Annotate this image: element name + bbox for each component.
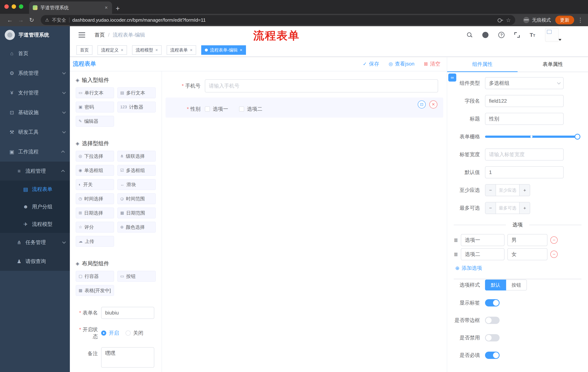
radio-open[interactable]: 开启 bbox=[101, 329, 119, 337]
component-type-select[interactable]: 多选框组 bbox=[485, 77, 564, 89]
grid-slider[interactable] bbox=[485, 131, 581, 143]
chip-row-container[interactable]: ▢行容器 bbox=[76, 271, 114, 282]
remove-option-button[interactable]: − bbox=[550, 236, 558, 244]
remove-option-button[interactable]: − bbox=[550, 251, 558, 258]
browser-tab[interactable]: 芋道管理系统 × bbox=[29, 1, 112, 14]
hamburger-icon[interactable] bbox=[79, 32, 85, 37]
close-window-button[interactable] bbox=[4, 4, 9, 9]
tag-process-form[interactable]: 流程表单 × bbox=[167, 45, 196, 55]
chip-button[interactable]: ▭按钮 bbox=[117, 271, 156, 282]
decrease-button[interactable]: − bbox=[485, 185, 496, 196]
chip-multi-line-text[interactable]: ▤多行文本 bbox=[117, 87, 156, 98]
delete-widget-button[interactable]: ✕ bbox=[429, 100, 437, 108]
close-icon[interactable]: × bbox=[121, 47, 123, 53]
search-icon[interactable] bbox=[467, 32, 472, 38]
sidebar-item-process-mgmt[interactable]: ≡ 流程管理 bbox=[0, 162, 70, 181]
avatar[interactable] bbox=[545, 28, 559, 42]
default-value-input[interactable] bbox=[485, 166, 564, 178]
gender-option-2[interactable]: 选项二 bbox=[239, 106, 262, 112]
checkbox-icon[interactable] bbox=[239, 106, 244, 112]
disabled-toggle[interactable] bbox=[485, 334, 500, 341]
chip-rate[interactable]: ☆评分 bbox=[76, 222, 114, 233]
add-option-button[interactable]: ⊕ 添加选项 bbox=[455, 265, 581, 272]
bookmark-star-icon[interactable]: ☆ bbox=[506, 17, 511, 23]
forward-icon[interactable]: → bbox=[15, 17, 26, 23]
increase-button[interactable]: + bbox=[519, 185, 530, 196]
chip-table[interactable]: ▩表格[开发中] bbox=[76, 285, 114, 296]
tag-process-definition[interactable]: 流程定义 × bbox=[97, 45, 127, 55]
required-toggle[interactable] bbox=[485, 352, 500, 359]
password-manager-icon[interactable] bbox=[498, 18, 503, 22]
sidebar-item-leave-query[interactable]: ♟ 请假查询 bbox=[0, 252, 70, 271]
sidebar-item-payment[interactable]: ¥ 支付管理 bbox=[0, 83, 70, 103]
tab-component-props[interactable]: 组件属性 bbox=[447, 57, 518, 72]
phone-input[interactable] bbox=[205, 79, 438, 93]
tag-process-model[interactable]: 流程模型 × bbox=[132, 45, 162, 55]
form-remark-textarea[interactable]: 嘿嘿 bbox=[101, 347, 154, 368]
decrease-button[interactable]: − bbox=[485, 202, 496, 214]
chip-time-picker[interactable]: ◷时间选择 bbox=[76, 193, 114, 204]
chip-date-range[interactable]: ▦日期范围 bbox=[117, 207, 156, 218]
drag-handle-icon[interactable]: ≣ bbox=[454, 237, 458, 243]
minimize-window-button[interactable] bbox=[12, 4, 16, 9]
sidebar-item-task-mgmt[interactable]: ⋔ 任务管理 bbox=[0, 233, 70, 252]
field-name-input[interactable] bbox=[485, 95, 564, 107]
form-name-input[interactable] bbox=[101, 307, 154, 319]
chip-radio-group[interactable]: ◉单选框组 bbox=[76, 165, 114, 176]
tab-form-props[interactable]: 表单属性 bbox=[518, 57, 588, 72]
new-tab-button[interactable]: + bbox=[112, 5, 123, 14]
form-canvas[interactable]: 手机号 ⊡ ✕ 性别 bbox=[162, 71, 447, 372]
sidebar-item-home[interactable]: ⌂ 首页 bbox=[0, 44, 70, 63]
label-width-input[interactable] bbox=[485, 149, 564, 160]
widget-gender-selected[interactable]: ⊡ ✕ 性别 选项一 bbox=[166, 97, 443, 117]
chip-date-picker[interactable]: ⊞日期选择 bbox=[76, 207, 114, 218]
max-stepper-placeholder[interactable]: 最多可选 bbox=[496, 202, 519, 214]
option-1-label-input[interactable] bbox=[461, 234, 504, 246]
sidebar-item-process-model[interactable]: ✈ 流程模型 bbox=[0, 215, 70, 233]
font-size-icon[interactable]: TT bbox=[530, 32, 535, 38]
checkbox-icon[interactable] bbox=[205, 106, 210, 112]
reload-icon[interactable]: ↻ bbox=[26, 17, 37, 23]
widget-phone[interactable]: 手机号 bbox=[166, 76, 443, 95]
style-default-button[interactable]: 默认 bbox=[485, 279, 506, 290]
drag-handle-icon[interactable]: ≣ bbox=[454, 251, 458, 257]
copy-widget-button[interactable]: ⊡ bbox=[418, 100, 426, 108]
option-2-value-input[interactable] bbox=[507, 248, 547, 260]
slider-handle[interactable] bbox=[575, 134, 580, 139]
chip-counter[interactable]: 123计数器 bbox=[117, 102, 156, 112]
radio-closed[interactable]: 关闭 bbox=[126, 329, 143, 337]
chip-upload[interactable]: ☁上传 bbox=[76, 236, 114, 247]
browser-menu-icon[interactable]: ⋮ bbox=[577, 17, 584, 23]
border-toggle[interactable] bbox=[485, 317, 500, 324]
sidebar-item-workflow[interactable]: ▣ 工作流程 bbox=[0, 142, 70, 162]
close-icon[interactable]: × bbox=[190, 47, 192, 53]
gender-option-1[interactable]: 选项一 bbox=[205, 106, 228, 112]
sidebar-item-devtools[interactable]: ⚒ 研发工具 bbox=[0, 122, 70, 142]
address-bar[interactable]: ⚠ 不安全 dashboard.yudao.iocoder.cn/bpm/man… bbox=[41, 15, 515, 25]
close-icon[interactable]: × bbox=[240, 47, 242, 53]
option-2-label-input[interactable] bbox=[461, 248, 504, 260]
sidebar-item-process-form[interactable]: ▤ 流程表单 bbox=[0, 181, 70, 198]
increase-button[interactable]: + bbox=[519, 202, 530, 214]
option-1-value-input[interactable] bbox=[507, 234, 547, 246]
close-tab-icon[interactable]: × bbox=[104, 5, 108, 11]
fullscreen-icon[interactable] bbox=[514, 32, 520, 38]
chip-checkbox-group[interactable]: ☑多选框组 bbox=[117, 165, 156, 176]
view-json-button[interactable]: ◎ 查看json bbox=[388, 60, 414, 67]
browser-update-button[interactable]: 更新 bbox=[555, 16, 574, 24]
sidebar-item-system[interactable]: ⚙ 系统管理 bbox=[0, 63, 70, 83]
sidebar-item-user-group[interactable]: ☻ 用户分组 bbox=[0, 198, 70, 215]
save-button[interactable]: ✓ 保存 bbox=[363, 60, 379, 67]
chip-cascader[interactable]: ⋔级联选择 bbox=[117, 151, 156, 162]
sidebar-item-infra[interactable]: ⊡ 基础设施 bbox=[0, 103, 70, 122]
github-icon[interactable] bbox=[482, 32, 488, 38]
chip-slider[interactable]: ↔滑块 bbox=[117, 179, 156, 190]
chip-switch[interactable]: ◐开关 bbox=[76, 179, 114, 190]
show-label-toggle[interactable] bbox=[485, 299, 500, 307]
close-icon[interactable]: × bbox=[155, 47, 158, 53]
tag-home[interactable]: 首页 bbox=[76, 45, 92, 55]
back-icon[interactable]: ← bbox=[4, 17, 15, 23]
clear-button[interactable]: ⊠ 清空 bbox=[424, 60, 440, 67]
chip-color-picker[interactable]: ⊛颜色选择 bbox=[117, 222, 156, 233]
link-icon[interactable]: ∞ bbox=[448, 74, 456, 82]
